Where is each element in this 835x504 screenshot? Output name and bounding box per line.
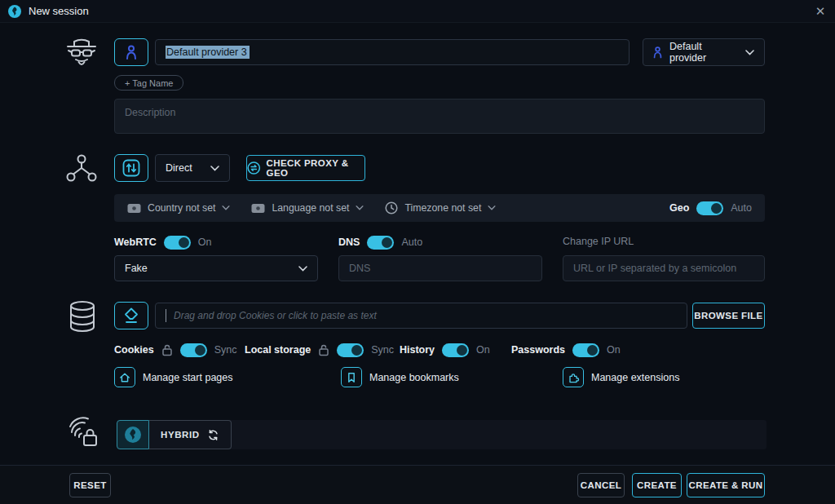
history-toggle[interactable] — [442, 343, 469, 357]
bookmark-icon — [341, 367, 362, 387]
add-tag-button[interactable]: + Tag Name — [114, 75, 183, 91]
passwords-label: Passwords — [511, 344, 565, 356]
flag-icon — [251, 201, 265, 215]
proxy-mode-value: Direct — [166, 162, 203, 174]
passwords-state: On — [607, 344, 621, 356]
geo-settings-bar: Country not set Language not set Timezon… — [114, 194, 765, 222]
geo-state: Auto — [731, 202, 752, 214]
lock-icon — [318, 343, 329, 356]
manage-extensions-button[interactable]: Manage extensions — [563, 367, 679, 387]
cookies-label: Cookies — [114, 344, 154, 356]
geo-toggle[interactable] — [696, 201, 723, 215]
app-logo-icon — [117, 420, 149, 449]
proxy-mode-dropdown[interactable]: Direct — [155, 154, 230, 182]
language-value: Language not set — [272, 202, 349, 214]
refresh-icon — [207, 429, 219, 441]
country-dropdown[interactable]: Country not set — [127, 201, 230, 215]
profile-avatar-button[interactable] — [114, 38, 148, 66]
history-toggle-group: History On — [400, 343, 490, 357]
fingerprint-mode-button[interactable]: HYBRID — [117, 420, 232, 449]
language-dropdown[interactable]: Language not set — [251, 201, 364, 215]
timezone-value: Timezone not set — [404, 202, 481, 214]
fingerprint-section-icon — [65, 413, 99, 451]
dns-state: Auto — [401, 237, 422, 248]
profile-section-icon — [64, 36, 99, 69]
person-icon — [126, 45, 137, 60]
reset-label: RESET — [73, 480, 106, 490]
chevron-down-icon — [222, 206, 230, 210]
proxy-type-button[interactable] — [114, 154, 148, 182]
cookies-state: Sync — [214, 344, 237, 356]
dialog-title: New session — [29, 5, 89, 17]
create-label: CREATE — [637, 480, 677, 490]
passwords-toggle-group: Passwords On — [511, 343, 621, 357]
proxy-section-icon — [65, 153, 98, 184]
provider-dropdown[interactable]: Default provider — [643, 38, 765, 66]
cancel-button[interactable]: CANCEL — [577, 473, 625, 497]
webrtc-mode-value: Fake — [125, 263, 291, 274]
chevron-down-icon — [745, 50, 754, 55]
text-caret — [166, 309, 166, 322]
app-logo-icon — [8, 5, 21, 18]
manage-start-pages-button[interactable]: Manage start pages — [114, 367, 233, 387]
manage-extensions-label: Manage extensions — [591, 372, 679, 383]
change-ip-url-label: Change IP URL — [563, 236, 634, 247]
reset-button[interactable]: RESET — [69, 473, 111, 497]
manage-bookmarks-button[interactable]: Manage bookmarks — [341, 367, 459, 387]
history-label: History — [400, 344, 435, 356]
description-textarea[interactable] — [114, 99, 765, 134]
local-storage-toggle[interactable] — [337, 343, 364, 357]
local-storage-toggle-group: Local storage Sync — [245, 343, 394, 357]
extensions-icon — [563, 367, 584, 387]
close-icon[interactable]: ✕ — [812, 3, 828, 20]
person-icon — [653, 46, 662, 59]
create-and-run-button[interactable]: CREATE & RUN — [687, 473, 765, 497]
manage-bookmarks-label: Manage bookmarks — [369, 372, 459, 383]
dns-toggle[interactable] — [367, 236, 394, 250]
timezone-dropdown[interactable]: Timezone not set — [385, 201, 496, 214]
chevron-down-icon — [298, 266, 307, 272]
create-button[interactable]: CREATE — [632, 473, 682, 497]
add-tag-label: + Tag Name — [125, 78, 173, 88]
cookies-placeholder: Drag and drop Cookies or click to paste … — [174, 310, 377, 321]
clear-cookies-button[interactable] — [114, 302, 148, 329]
browse-file-label: BROWSE FILE — [694, 311, 762, 321]
browse-file-button[interactable]: BROWSE FILE — [692, 303, 765, 329]
local-storage-label: Local storage — [245, 344, 311, 356]
webrtc-mode-dropdown[interactable]: Fake — [114, 255, 318, 281]
lock-icon — [161, 343, 173, 356]
clock-icon — [385, 201, 398, 214]
swap-horizontal-icon — [247, 161, 261, 175]
eraser-icon — [122, 307, 140, 325]
webrtc-state: On — [198, 237, 212, 248]
chevron-down-icon — [356, 206, 364, 210]
new-session-dialog: New session ✕ Default provider 3 Default… — [0, 0, 835, 504]
chevron-down-icon — [488, 206, 496, 210]
swap-vertical-icon — [122, 159, 140, 177]
change-ip-url-input[interactable] — [563, 255, 765, 281]
session-name-value: Default provider 3 — [166, 46, 250, 59]
history-state: On — [476, 344, 490, 356]
webrtc-toggle[interactable] — [164, 236, 191, 250]
cookies-drop-field[interactable]: Drag and drop Cookies or click to paste … — [155, 303, 687, 329]
title-bar: New session ✕ — [0, 0, 835, 23]
local-storage-state: Sync — [371, 344, 394, 356]
storage-section-icon — [67, 299, 98, 334]
fingerprint-mode-label: HYBRID — [161, 430, 200, 440]
create-and-run-label: CREATE & RUN — [689, 480, 763, 490]
webrtc-toggle-group: WebRTC On — [114, 235, 212, 250]
dns-toggle-group: DNS Auto — [338, 235, 422, 250]
session-name-input[interactable]: Default provider 3 — [155, 39, 630, 65]
cookies-toggle-group: Cookies Sync — [114, 343, 236, 357]
cookies-toggle[interactable] — [180, 343, 207, 357]
cancel-label: CANCEL — [581, 480, 621, 490]
provider-dropdown-value: Default provider — [669, 41, 738, 64]
dns-label: DNS — [338, 237, 360, 248]
manage-start-pages-label: Manage start pages — [143, 372, 233, 383]
passwords-toggle[interactable] — [572, 343, 599, 357]
dns-input[interactable] — [338, 255, 542, 281]
check-proxy-button[interactable]: CHECK PROXY & GEO — [246, 155, 365, 181]
country-value: Country not set — [148, 202, 215, 214]
webrtc-label: WebRTC — [114, 237, 157, 248]
fingerprint-lock-icon — [65, 413, 99, 451]
